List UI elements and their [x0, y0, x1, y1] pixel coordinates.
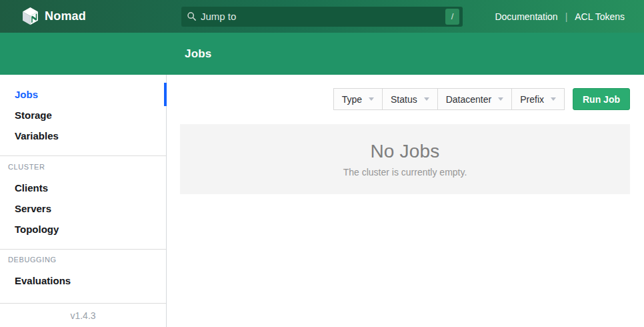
brand-name: Nomad	[45, 9, 86, 23]
debugging-menu: Evaluations	[0, 270, 166, 291]
status-filter-dropdown[interactable]: Status	[382, 88, 438, 110]
active-indicator	[164, 83, 167, 106]
sidebar-footer: v1.4.3	[0, 303, 166, 327]
filter-label: Type	[342, 94, 362, 105]
links-separator: |	[565, 11, 568, 22]
sidebar-item-clients[interactable]: Clients	[0, 178, 166, 198]
sidebar-item-label: Variables	[15, 130, 59, 141]
top-navbar: Nomad / Documentation | ACL Tokens	[0, 0, 644, 33]
sidebar-item-label: Clients	[15, 182, 48, 194]
sidebar-item-label: Evaluations	[15, 275, 71, 286]
sidebar: Jobs Storage Variables CLUSTER Clients S…	[0, 75, 167, 327]
nomad-logo-icon	[22, 7, 39, 25]
empty-state-title: No Jobs	[370, 141, 439, 162]
body-layout: Jobs Storage Variables CLUSTER Clients S…	[0, 75, 644, 327]
sidebar-item-servers[interactable]: Servers	[0, 198, 166, 219]
slash-shortcut-key: /	[445, 9, 459, 25]
nomad-app: Nomad / Documentation | ACL Tokens Jobs	[0, 0, 644, 327]
chevron-down-icon	[424, 97, 429, 101]
page-header: Jobs	[0, 33, 644, 75]
filter-label: Prefix	[520, 94, 544, 105]
jump-to-search-field[interactable]: /	[181, 7, 463, 27]
empty-state-panel: No Jobs The cluster is currently empty.	[180, 124, 630, 194]
sidebar-item-jobs[interactable]: Jobs	[0, 84, 166, 105]
sidebar-divider	[0, 155, 166, 156]
filter-label: Datacenter	[446, 94, 491, 105]
search-input[interactable]	[201, 11, 445, 22]
nomad-brand-link[interactable]: Nomad	[0, 7, 167, 25]
version-label: v1.4.3	[70, 310, 95, 321]
sidebar-divider	[0, 249, 166, 250]
search-icon	[187, 11, 197, 21]
sidebar-item-variables[interactable]: Variables	[0, 125, 166, 146]
sidebar-item-topology[interactable]: Topology	[0, 219, 166, 240]
chevron-down-icon	[498, 97, 503, 101]
page-title: Jobs	[185, 47, 211, 61]
section-label-debugging: DEBUGGING	[0, 255, 166, 266]
cluster-menu: Clients Servers Topology	[0, 178, 166, 240]
chevron-down-icon	[551, 97, 556, 101]
sidebar-item-evaluations[interactable]: Evaluations	[0, 270, 166, 291]
type-filter-dropdown[interactable]: Type	[333, 88, 383, 110]
sidebar-item-label: Servers	[15, 203, 51, 214]
chevron-down-icon	[369, 97, 374, 101]
filter-label: Status	[391, 94, 417, 105]
sidebar-item-label: Jobs	[15, 89, 38, 100]
sidebar-item-label: Storage	[15, 109, 52, 121]
run-job-button[interactable]: Run Job	[573, 88, 630, 110]
datacenter-filter-dropdown[interactable]: Datacenter	[437, 88, 512, 110]
section-label-cluster: CLUSTER	[0, 161, 166, 172]
documentation-link[interactable]: Documentation	[495, 11, 557, 22]
jobs-toolbar: Type Status Datacenter Prefix	[167, 75, 644, 110]
main-content: Type Status Datacenter Prefix	[167, 75, 644, 327]
sidebar-item-storage[interactable]: Storage	[0, 105, 166, 125]
prefix-filter-dropdown[interactable]: Prefix	[511, 88, 565, 110]
sidebar-item-label: Topology	[15, 224, 59, 235]
topbar-links: Documentation | ACL Tokens	[495, 11, 644, 22]
filter-group: Type Status Datacenter Prefix	[333, 88, 565, 110]
acl-tokens-link[interactable]: ACL Tokens	[575, 11, 625, 22]
empty-state-message: The cluster is currently empty.	[343, 167, 467, 178]
sidebar-primary-menu: Jobs Storage Variables	[0, 75, 166, 146]
